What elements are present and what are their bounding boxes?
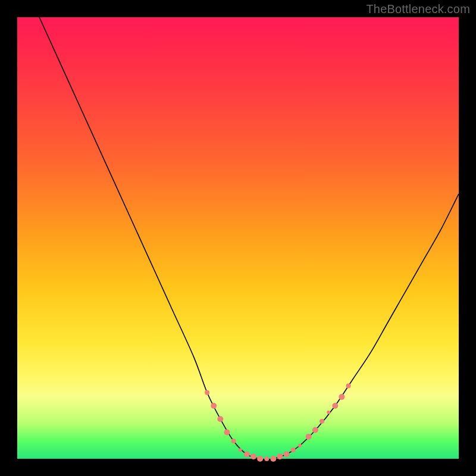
curve-marker bbox=[264, 456, 269, 461]
watermark-text: TheBottleneck.com bbox=[366, 2, 470, 16]
curve-marker bbox=[284, 452, 290, 458]
curve-marker bbox=[211, 403, 217, 409]
bottleneck-curve bbox=[39, 17, 459, 459]
curve-marker bbox=[224, 429, 230, 435]
curve-marker bbox=[205, 390, 209, 395]
curve-marker bbox=[306, 434, 312, 440]
marker-layer bbox=[205, 384, 350, 462]
outer-frame: TheBottleneck.com bbox=[0, 0, 476, 476]
curve-marker bbox=[332, 403, 338, 409]
plot-area bbox=[17, 17, 459, 459]
curve-marker bbox=[291, 447, 296, 452]
curve-marker bbox=[217, 416, 223, 422]
curve-marker bbox=[277, 453, 283, 459]
curve-marker bbox=[320, 419, 324, 424]
curve-marker bbox=[270, 456, 276, 462]
curve-marker bbox=[244, 452, 250, 458]
chart-svg bbox=[17, 17, 459, 459]
curve-marker bbox=[231, 439, 236, 443]
curve-marker bbox=[339, 394, 345, 400]
curve-marker bbox=[346, 384, 351, 389]
curve-marker bbox=[312, 427, 318, 433]
curve-marker bbox=[250, 453, 256, 459]
curve-marker bbox=[298, 444, 302, 447]
curve-marker bbox=[327, 411, 330, 414]
curve-marker bbox=[239, 448, 242, 452]
curve-marker bbox=[257, 456, 263, 462]
